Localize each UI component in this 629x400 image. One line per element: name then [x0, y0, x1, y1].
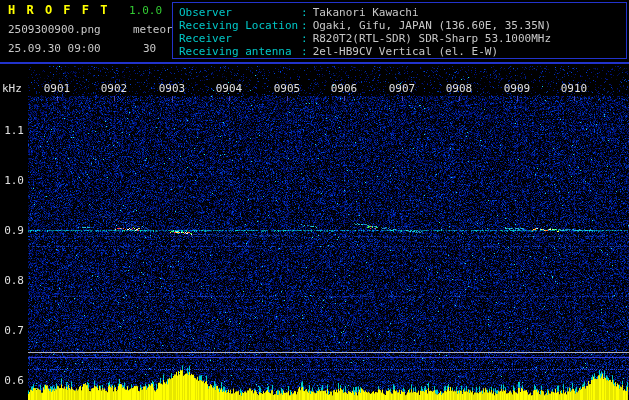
info-row-receiver: Receiver:R820T2(RTL-SDR) SDR-Sharp 53.10… — [179, 32, 626, 45]
info-row-antenna: Receiving antenna:2el-HB9CV Vertical (el… — [179, 45, 626, 58]
info-label: Observer — [179, 6, 301, 19]
info-value: Takanori Kawachi — [313, 6, 419, 19]
time-tick-label: 0902 — [100, 82, 128, 95]
freq-tick-label: 1.1 — [0, 124, 24, 137]
info-label: Receiver — [179, 32, 301, 45]
info-label: Receiving Location — [179, 19, 301, 32]
freq-tick-label: 0.7 — [0, 324, 24, 337]
time-tick-label: 0909 — [503, 82, 531, 95]
info-value: Ogaki, Gifu, JAPAN (136.60E, 35.35N) — [313, 19, 551, 32]
app-version-label: 1.0.0 — [129, 4, 162, 17]
freq-tick-label: 0.9 — [0, 224, 24, 237]
mode-label: meteor — [133, 23, 173, 36]
info-colon: : — [301, 6, 308, 19]
time-tick-label: 0907 — [388, 82, 416, 95]
time-tick-label: 0903 — [158, 82, 186, 95]
station-info-box: Observer:Takanori Kawachi Receiving Loca… — [172, 2, 627, 59]
freq-tick-label: 0.8 — [0, 274, 24, 287]
observation-datetime: 25.09.30 09:00 — [8, 42, 101, 55]
info-value: 2el-HB9CV Vertical (el. E-W) — [313, 45, 498, 58]
info-colon: : — [301, 45, 308, 58]
freq-tick-label: 0.6 — [0, 374, 24, 387]
output-filename: 2509300900.png — [8, 23, 101, 36]
time-tick-label: 0904 — [215, 82, 243, 95]
time-tick-label: 0908 — [445, 82, 473, 95]
hrofft-output-image: H R O F F T 1.0.0 2509300900.png 25.09.3… — [0, 0, 629, 400]
meteor-count: 30 — [143, 42, 156, 55]
time-tick-label: 0910 — [560, 82, 588, 95]
info-value: R820T2(RTL-SDR) SDR-Sharp 53.1000MHz — [313, 32, 551, 45]
freq-tick-label: 1.0 — [0, 174, 24, 187]
app-title: H R O F F T — [8, 3, 109, 17]
info-row-location: Receiving Location:Ogaki, Gifu, JAPAN (1… — [179, 19, 626, 32]
time-tick-label: 0905 — [273, 82, 301, 95]
time-tick-label: 0906 — [330, 82, 358, 95]
info-colon: : — [301, 19, 308, 32]
freq-unit-label: kHz — [2, 82, 22, 95]
time-tick-label: 0901 — [43, 82, 71, 95]
header-separator-line — [0, 62, 629, 64]
info-label: Receiving antenna — [179, 45, 301, 58]
info-colon: : — [301, 32, 308, 45]
spectrogram-canvas — [0, 0, 629, 400]
info-row-observer: Observer:Takanori Kawachi — [179, 6, 626, 19]
